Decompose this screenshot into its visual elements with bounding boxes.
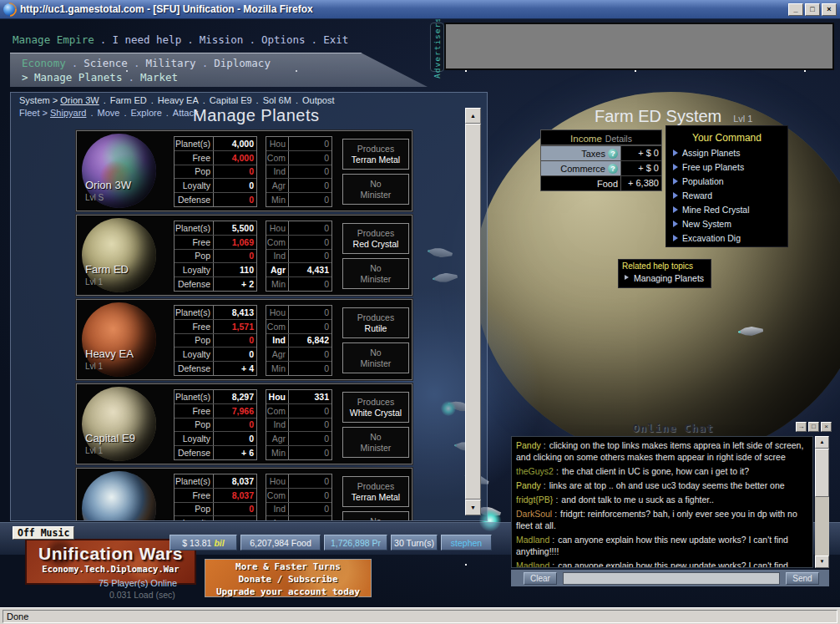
income-header: IncomeDetails — [541, 130, 661, 145]
nav-science[interactable]: Science — [83, 57, 128, 69]
planet-name: Heavy EA — [85, 348, 134, 360]
nav-manage-empire[interactable]: Manage Empire — [13, 33, 94, 46]
nav-market[interactable]: Market — [140, 71, 178, 84]
produces-button[interactable]: ProducesTerran Metal — [342, 476, 409, 507]
planet-stats-table: Planet(s)8,037 Free8,037 Pop0 Loyalty De… — [174, 474, 257, 521]
command-excavation-dig[interactable]: Excavation Dig — [671, 233, 787, 243]
planet-stats-table: Planet(s)5,500 Free1,069 Pop0 Loyalty110… — [174, 221, 257, 292]
command-free-up-planets[interactable]: Free up Planets — [671, 162, 787, 172]
status-bar: Done — [0, 607, 840, 624]
close-button[interactable]: × — [822, 3, 837, 16]
link-orion-3w[interactable]: Orion 3W — [60, 95, 99, 105]
minister-button[interactable]: NoMinister — [342, 427, 409, 458]
command-reward[interactable]: Reward — [671, 190, 787, 200]
scrollbar-thumb[interactable] — [815, 449, 829, 497]
link-sol-6m[interactable]: Sol 6M — [263, 95, 291, 105]
produces-button[interactable]: ProducesTerran Metal — [342, 139, 409, 170]
music-toggle-button[interactable]: Off Music — [13, 526, 74, 540]
related-help-panel: Related help topics Managing Planets — [618, 259, 711, 288]
online-chat-window: Online Chat → □ × Pandy:clicking on the … — [509, 420, 837, 587]
planet-stats-table: Planet(s)4,000 Free4,000 Pop0 Loyalty0 D… — [174, 136, 257, 207]
maximize-icon[interactable]: □ — [808, 422, 819, 432]
close-icon[interactable]: × — [821, 422, 832, 432]
chevron: > — [22, 71, 28, 84]
planet-card: Heavy EA Lvl 1 Planet(s)8,413 Free1,571 … — [76, 299, 412, 380]
link-outpost[interactable]: Outpost — [302, 95, 335, 105]
chat-username: Madland — [516, 561, 549, 568]
chat-message: DarkSoul:fridgrt: reinforcements? bah, i… — [516, 508, 808, 531]
command-new-system[interactable]: New System — [671, 219, 787, 229]
chat-scrollbar[interactable]: ▲ ▼ — [815, 436, 829, 568]
planet-production-table: Hou0 Com0 Ind0 Agr0 Min0 — [266, 136, 332, 207]
window-titlebar: http://uc1.gamestotal.com - [SFU] Unific… — [0, 0, 840, 19]
nav-economy[interactable]: Economy — [22, 57, 66, 69]
command-mine-red-crystal[interactable]: Mine Red Crystal — [671, 205, 787, 215]
produces-button[interactable]: ProducesRutile — [342, 307, 409, 338]
planet-name: Orion 3W — [85, 179, 131, 191]
planet-stats-table: Planet(s)8,297 Free7,966 Pop0 Loyalty0 D… — [174, 389, 257, 460]
turns-stat: 30 Turn(s) — [391, 535, 438, 550]
chat-message: fridgt{PB}:and dont talk to me u suck as… — [516, 494, 808, 505]
money-stat: $ 13.81bil — [170, 535, 237, 550]
chevron: > — [43, 108, 48, 118]
status-text: Done — [3, 610, 837, 623]
command-population[interactable]: Population — [671, 176, 787, 186]
income-details-link[interactable]: Details — [605, 134, 632, 144]
scroll-up-icon[interactable]: ▲ — [815, 436, 829, 449]
nav-manage-planets[interactable]: Manage Planets — [34, 71, 122, 84]
minister-button[interactable]: NoMinister — [342, 258, 409, 289]
planet-level: Lvl 1 — [85, 446, 103, 455]
maximize-button[interactable]: □ — [805, 3, 820, 16]
chat-username: Pandy — [516, 440, 541, 450]
send-button[interactable]: Send — [786, 572, 819, 585]
nav-military[interactable]: Military — [145, 57, 195, 69]
your-command-panel: Your Command Assign Planets Free up Plan… — [665, 125, 788, 247]
link-shipyard[interactable]: Shipyard — [50, 108, 86, 118]
advertisers-tab[interactable]: Advertisers — [430, 23, 444, 72]
minimize-button[interactable]: _ — [788, 3, 803, 16]
planet-level: Lvl S — [85, 193, 104, 202]
link-explore[interactable]: Explore — [130, 108, 161, 118]
related-help-title: Related help topics — [619, 260, 711, 271]
players-online: 75 Player(s) Online — [99, 578, 177, 588]
chat-username: theGuys2 — [516, 466, 554, 476]
clear-button[interactable]: Clear — [524, 572, 557, 585]
nav-exit[interactable]: Exit — [323, 33, 348, 46]
scroll-down-icon[interactable]: ▼ — [815, 556, 829, 568]
produces-button[interactable]: ProducesRed Crystal — [342, 223, 409, 254]
produces-button[interactable]: ProducesWhite Crystal — [342, 392, 409, 423]
chevron: > — [53, 95, 58, 105]
popout-icon[interactable]: → — [796, 422, 807, 432]
link-farm-ed[interactable]: Farm ED — [110, 95, 147, 105]
help-managing-planets[interactable]: Managing Planets — [624, 273, 711, 283]
planet-production-table: Hou0 Com0 Ind0 Agr4,431 Min0 — [266, 221, 332, 292]
planet-production-table: Hou331 Com0 Ind0 Agr0 Min0 — [266, 389, 332, 460]
planet-image[interactable] — [82, 471, 156, 521]
planet-name: Farm ED — [85, 263, 129, 276]
link-capital-e9[interactable]: Capital E9 — [210, 95, 252, 105]
nav-options[interactable]: Options — [261, 33, 306, 46]
planet-card: Capital E9 Lvl 1 Planet(s)8,297 Free7,96… — [76, 383, 412, 464]
scroll-down-icon[interactable]: ▼ — [465, 500, 481, 515]
help-icon[interactable]: ? — [608, 164, 618, 174]
link-heavy-ea[interactable]: Heavy EA — [158, 95, 199, 105]
nav-mission[interactable]: Mission — [200, 33, 244, 46]
window-title: http://uc1.gamestotal.com - [SFU] Unific… — [20, 3, 313, 15]
scrollbar-thumb[interactable] — [465, 124, 481, 500]
scroll-up-icon[interactable]: ▲ — [465, 108, 481, 124]
planet-card: Farm ED Lvl 1 Planet(s)5,500 Free1,069 P… — [76, 215, 412, 296]
command-assign-planets[interactable]: Assign Planets — [671, 148, 787, 158]
page-title: Manage Planets — [193, 106, 320, 125]
browser-window: http://uc1.gamestotal.com - [SFU] Unific… — [0, 0, 840, 624]
minister-button[interactable]: NoMinister — [342, 174, 409, 205]
help-icon[interactable]: ? — [608, 149, 618, 159]
nav-i-need-help[interactable]: I need help — [112, 33, 181, 46]
link-move[interactable]: Move — [98, 108, 120, 118]
chat-input[interactable] — [563, 572, 780, 585]
panel-scrollbar[interactable]: ▲ ▼ — [465, 108, 481, 515]
minister-button[interactable]: NoMinister — [342, 342, 409, 373]
donate-banner[interactable]: More & Faster Turns Donate / Subscribe U… — [205, 559, 372, 597]
secondary-nav: Economy.Science.Military.Diplomacy > Man… — [10, 53, 428, 87]
minister-button[interactable]: NoMinister — [342, 511, 409, 521]
nav-diplomacy[interactable]: Diplomacy — [214, 57, 271, 69]
